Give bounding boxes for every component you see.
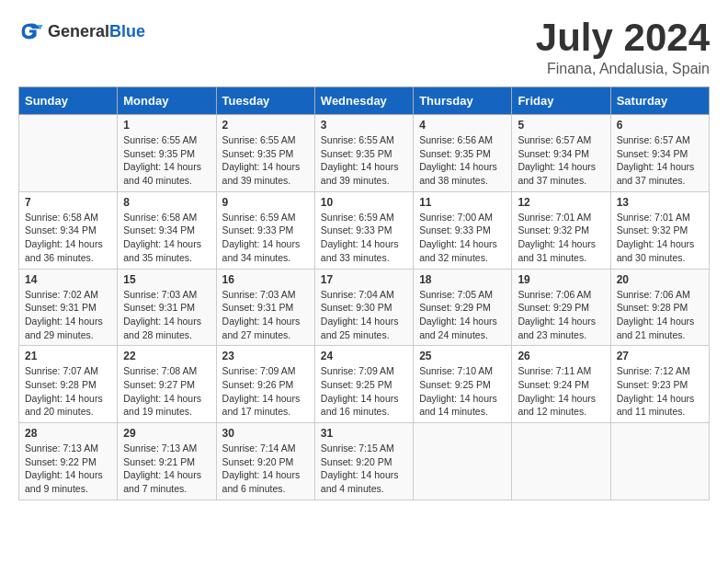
header-monday: Monday — [118, 87, 216, 115]
daylight-text: Daylight: 14 hours and 30 minutes. — [617, 238, 695, 263]
day-number: 19 — [518, 273, 604, 286]
sunrise-text: Sunrise: 7:08 AM — [123, 365, 197, 376]
sunset-text: Sunset: 9:22 PM — [25, 456, 97, 467]
sunrise-text: Sunrise: 7:05 AM — [419, 289, 493, 300]
cell-content: Sunrise: 7:08 AMSunset: 9:27 PMDaylight:… — [123, 364, 210, 419]
sunrise-text: Sunrise: 7:14 AM — [222, 442, 296, 454]
calendar-cell: 6Sunrise: 6:57 AMSunset: 9:34 PMDaylight… — [610, 115, 709, 192]
sunrise-text: Sunrise: 7:11 AM — [518, 365, 591, 376]
day-number: 10 — [321, 196, 407, 209]
day-number: 2 — [222, 119, 309, 132]
sunrise-text: Sunrise: 7:09 AM — [321, 365, 394, 376]
title-block: July 2024 Finana, Andalusia, Spain — [536, 18, 710, 77]
daylight-text: Daylight: 14 hours and 6 minutes. — [222, 469, 301, 494]
calendar-cell: 26Sunrise: 7:11 AMSunset: 9:24 PMDayligh… — [512, 346, 610, 423]
calendar-cell: 15Sunrise: 7:03 AMSunset: 9:31 PMDayligh… — [118, 269, 216, 346]
logo-icon — [18, 18, 44, 44]
cell-content: Sunrise: 7:02 AMSunset: 9:31 PMDaylight:… — [25, 288, 111, 342]
day-number: 11 — [419, 196, 506, 209]
logo-blue: Blue — [109, 22, 145, 40]
sunrise-text: Sunrise: 6:58 AM — [123, 212, 197, 223]
calendar-cell: 14Sunrise: 7:02 AMSunset: 9:31 PMDayligh… — [19, 269, 118, 346]
day-number: 6 — [617, 119, 703, 132]
calendar-cell: 13Sunrise: 7:01 AMSunset: 9:32 PMDayligh… — [610, 191, 709, 269]
daylight-text: Daylight: 14 hours and 39 minutes. — [321, 161, 399, 186]
sunset-text: Sunset: 9:31 PM — [222, 302, 294, 313]
calendar-cell: 22Sunrise: 7:08 AMSunset: 9:27 PMDayligh… — [118, 346, 216, 423]
daylight-text: Daylight: 14 hours and 35 minutes. — [123, 238, 201, 263]
sunrise-text: Sunrise: 7:07 AM — [25, 365, 98, 376]
day-number: 12 — [518, 196, 604, 209]
sunrise-text: Sunrise: 6:55 AM — [321, 134, 394, 145]
cell-content: Sunrise: 6:56 AMSunset: 9:35 PMDaylight:… — [419, 133, 506, 188]
cell-content: Sunrise: 6:58 AMSunset: 9:34 PMDaylight:… — [25, 211, 111, 265]
sunset-text: Sunset: 9:25 PM — [321, 379, 392, 390]
daylight-text: Daylight: 14 hours and 20 minutes. — [25, 393, 103, 418]
sunrise-text: Sunrise: 6:59 AM — [222, 212, 296, 223]
logo-general: General — [48, 22, 109, 40]
day-number: 20 — [617, 273, 703, 286]
day-number: 17 — [321, 273, 407, 286]
daylight-text: Daylight: 14 hours and 4 minutes. — [321, 469, 399, 494]
daylight-text: Daylight: 14 hours and 39 minutes. — [222, 161, 301, 186]
sunset-text: Sunset: 9:35 PM — [123, 148, 195, 159]
sunset-text: Sunset: 9:30 PM — [321, 302, 392, 313]
sunrise-text: Sunrise: 6:55 AM — [222, 134, 296, 145]
sunrise-text: Sunrise: 7:12 AM — [617, 365, 690, 376]
sunset-text: Sunset: 9:35 PM — [222, 148, 294, 159]
header-thursday: Thursday — [414, 87, 512, 115]
sunrise-text: Sunrise: 7:13 AM — [25, 442, 98, 454]
sunset-text: Sunset: 9:25 PM — [419, 379, 491, 390]
sunrise-text: Sunrise: 7:10 AM — [419, 365, 493, 376]
sunset-text: Sunset: 9:34 PM — [25, 224, 97, 236]
sunrise-text: Sunrise: 7:09 AM — [222, 365, 296, 376]
calendar-cell — [610, 423, 709, 500]
day-number: 15 — [123, 273, 210, 286]
calendar-cell: 7Sunrise: 6:58 AMSunset: 9:34 PMDaylight… — [19, 191, 118, 269]
sunrise-text: Sunrise: 7:03 AM — [123, 289, 197, 300]
calendar-cell: 27Sunrise: 7:12 AMSunset: 9:23 PMDayligh… — [610, 346, 709, 423]
daylight-text: Daylight: 14 hours and 24 minutes. — [419, 316, 497, 340]
sunset-text: Sunset: 9:32 PM — [518, 224, 589, 236]
cell-content: Sunrise: 6:59 AMSunset: 9:33 PMDaylight:… — [222, 211, 309, 265]
sunrise-text: Sunrise: 6:55 AM — [123, 134, 197, 145]
day-number: 18 — [419, 273, 506, 286]
calendar-cell: 19Sunrise: 7:06 AMSunset: 9:29 PMDayligh… — [512, 269, 610, 346]
sunset-text: Sunset: 9:31 PM — [123, 302, 195, 313]
sunset-text: Sunset: 9:33 PM — [321, 224, 392, 236]
calendar-cell: 8Sunrise: 6:58 AMSunset: 9:34 PMDaylight… — [118, 191, 216, 269]
sunrise-text: Sunrise: 7:01 AM — [617, 212, 690, 223]
cell-content: Sunrise: 6:55 AMSunset: 9:35 PMDaylight:… — [123, 133, 210, 188]
cell-content: Sunrise: 6:55 AMSunset: 9:35 PMDaylight:… — [222, 133, 309, 188]
daylight-text: Daylight: 14 hours and 37 minutes. — [617, 161, 695, 186]
daylight-text: Daylight: 14 hours and 38 minutes. — [419, 161, 497, 186]
calendar-cell: 30Sunrise: 7:14 AMSunset: 9:20 PMDayligh… — [216, 423, 314, 500]
daylight-text: Daylight: 14 hours and 32 minutes. — [419, 238, 497, 263]
daylight-text: Daylight: 14 hours and 16 minutes. — [321, 393, 399, 418]
sunset-text: Sunset: 9:34 PM — [123, 224, 195, 236]
calendar-cell: 21Sunrise: 7:07 AMSunset: 9:28 PMDayligh… — [19, 346, 118, 423]
header-saturday: Saturday — [610, 87, 709, 115]
calendar-cell: 18Sunrise: 7:05 AMSunset: 9:29 PMDayligh… — [414, 269, 512, 346]
daylight-text: Daylight: 14 hours and 17 minutes. — [222, 393, 301, 418]
sunrise-text: Sunrise: 7:06 AM — [617, 289, 690, 300]
day-number: 22 — [123, 350, 210, 362]
sunset-text: Sunset: 9:35 PM — [321, 148, 392, 159]
sunrise-text: Sunrise: 6:56 AM — [419, 134, 493, 145]
sunset-text: Sunset: 9:23 PM — [617, 379, 688, 390]
daylight-text: Daylight: 14 hours and 31 minutes. — [518, 238, 596, 263]
calendar-cell: 24Sunrise: 7:09 AMSunset: 9:25 PMDayligh… — [314, 346, 413, 423]
cell-content: Sunrise: 7:05 AMSunset: 9:29 PMDaylight:… — [419, 288, 506, 342]
sunset-text: Sunset: 9:20 PM — [321, 456, 392, 467]
daylight-text: Daylight: 14 hours and 9 minutes. — [25, 469, 103, 494]
header-tuesday: Tuesday — [216, 87, 314, 115]
calendar-cell: 29Sunrise: 7:13 AMSunset: 9:21 PMDayligh… — [118, 423, 216, 500]
daylight-text: Daylight: 14 hours and 23 minutes. — [518, 316, 596, 340]
calendar-cell: 11Sunrise: 7:00 AMSunset: 9:33 PMDayligh… — [414, 191, 512, 269]
sunrise-text: Sunrise: 7:00 AM — [419, 212, 493, 223]
cell-content: Sunrise: 7:15 AMSunset: 9:20 PMDaylight:… — [321, 442, 407, 496]
cell-content: Sunrise: 7:13 AMSunset: 9:21 PMDaylight:… — [123, 442, 210, 496]
sunset-text: Sunset: 9:21 PM — [123, 456, 195, 467]
cell-content: Sunrise: 7:03 AMSunset: 9:31 PMDaylight:… — [123, 288, 210, 342]
sunset-text: Sunset: 9:29 PM — [419, 302, 491, 313]
